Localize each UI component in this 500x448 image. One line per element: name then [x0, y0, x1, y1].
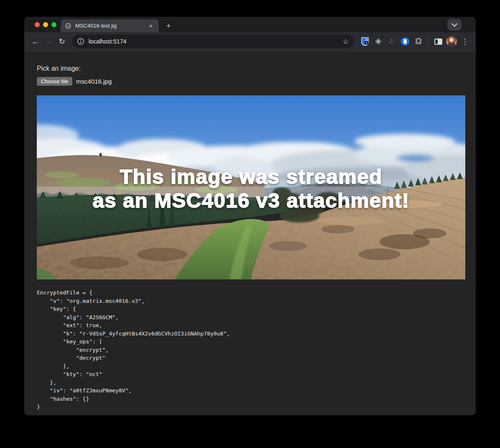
- encrypted-file-code: EncryptedFile = { "v": "org.matrix.msc40…: [37, 289, 463, 411]
- choose-file-button[interactable]: Choose file: [37, 77, 72, 86]
- globe-icon: [65, 23, 71, 29]
- reload-icon: ↻: [59, 37, 65, 46]
- profile-avatar: [446, 36, 457, 47]
- tab-search-button[interactable]: [447, 19, 462, 31]
- photo-caption: This image was streamed as an MSC4016 v3…: [37, 165, 465, 212]
- back-icon: ←: [31, 37, 39, 46]
- chevron-down-icon: [452, 21, 457, 27]
- forward-icon: →: [45, 37, 52, 46]
- side-panel-icon: [434, 38, 442, 45]
- shield-lock-icon: [361, 37, 369, 46]
- extension-docs-button[interactable]: [399, 36, 411, 47]
- recycle-icon: [388, 37, 396, 46]
- extension-diamond-button[interactable]: [372, 36, 384, 47]
- browser-window: MSC4016 test jig × + ← → ↻ localhost:517…: [24, 17, 476, 415]
- image-picker-label: Pick an image:: [37, 64, 463, 72]
- forward-button[interactable]: →: [43, 36, 54, 47]
- extension-recycle-button[interactable]: [386, 36, 398, 47]
- profile-button[interactable]: [446, 36, 457, 47]
- file-input[interactable]: Choose file msc4016.jpg: [37, 77, 463, 86]
- attachment-image: This image was streamed as an MSC4016 v3…: [37, 95, 465, 279]
- extensions-menu-button[interactable]: [413, 36, 424, 47]
- selected-file-name: msc4016.jpg: [76, 78, 112, 85]
- side-panel-button[interactable]: [432, 36, 444, 47]
- site-info-icon[interactable]: [77, 38, 84, 45]
- page-content: Pick an image: Choose file msc4016.jpg: [24, 51, 476, 411]
- bookmark-button[interactable]: ☆: [340, 36, 352, 47]
- docs-icon: [401, 37, 410, 46]
- star-icon: ☆: [342, 37, 349, 46]
- url-text[interactable]: localhost:5174: [89, 38, 340, 45]
- minimize-window-button[interactable]: [43, 22, 48, 27]
- tab-strip: MSC4016 test jig × +: [24, 17, 476, 32]
- traffic-lights: [35, 22, 56, 27]
- photo-caption-line2: as an MSC4016 v3 attachment!: [37, 189, 465, 212]
- toolbar-separator: [428, 37, 429, 46]
- tab-title: MSC4016 test jig: [75, 23, 147, 29]
- browser-menu-button[interactable]: ⋮: [459, 36, 471, 47]
- toolbar: ← → ↻ localhost:5174 ☆: [24, 32, 476, 51]
- extension-password-manager-button[interactable]: [359, 36, 371, 47]
- tab-close-button[interactable]: ×: [147, 22, 155, 30]
- reload-button[interactable]: ↻: [56, 36, 68, 47]
- diamond-icon: [374, 37, 383, 46]
- kebab-menu-icon: ⋮: [462, 37, 469, 46]
- new-tab-button[interactable]: +: [163, 20, 174, 31]
- url-bar[interactable]: localhost:5174 ☆: [72, 35, 354, 48]
- browser-tab[interactable]: MSC4016 test jig ×: [61, 19, 159, 32]
- plus-icon: +: [166, 21, 171, 31]
- zoom-window-button[interactable]: [51, 22, 56, 27]
- puzzle-icon: [414, 37, 423, 46]
- back-button[interactable]: ←: [29, 36, 41, 47]
- photo-caption-line1: This image was streamed: [37, 165, 465, 189]
- close-window-button[interactable]: [35, 22, 40, 27]
